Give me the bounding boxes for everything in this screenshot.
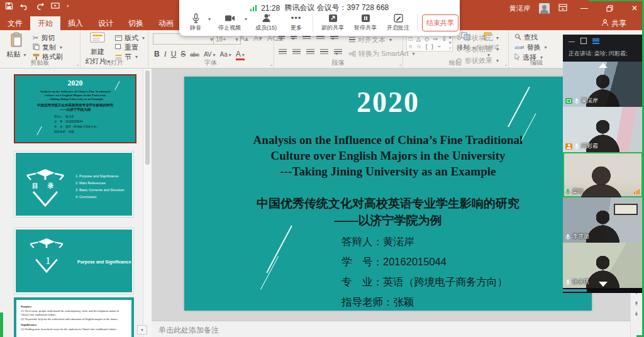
- justify-icon[interactable]: [320, 49, 328, 55]
- ribbon-display-options-icon[interactable]: [558, 4, 567, 13]
- char-spacing-button[interactable]: AV: [204, 51, 216, 58]
- align-left-icon[interactable]: [279, 49, 287, 55]
- shapes-scroll[interactable]: ▴▾▿: [449, 34, 452, 51]
- scroll-down-arrow[interactable]: [599, 282, 608, 287]
- find-button[interactable]: 查找: [514, 33, 538, 42]
- participant-nameplate: 李霄璐: [565, 233, 589, 241]
- restore-button[interactable]: [601, 1, 618, 15]
- shape-format-column: 形状填充 形状轮廓 形状效果: [456, 31, 509, 67]
- slide-year: 2020: [184, 86, 592, 119]
- copy-button[interactable]: 复制: [33, 43, 62, 52]
- tab-insert[interactable]: 插入: [60, 16, 91, 30]
- save-icon[interactable]: [5, 2, 13, 10]
- redo-icon[interactable]: [36, 3, 44, 10]
- account-name[interactable]: 黄渃岸: [509, 4, 530, 13]
- thumb1-info1: 答辩人：黄渃岸: [54, 114, 99, 119]
- minimize-button[interactable]: —: [576, 1, 592, 15]
- share-border-top: [589, 0, 644, 1]
- stop-video-label: 停止视频: [218, 25, 241, 31]
- slide-info-presenter: 答辩人：黄渃岸: [341, 231, 508, 251]
- mute-button[interactable]: 静音: [184, 13, 207, 32]
- share-button[interactable]: 共享: [601, 16, 626, 30]
- slide-thumbnail-2[interactable]: 目 录 1. Purpose and Significance 2. Main …: [14, 151, 134, 218]
- tab-animations[interactable]: 动画: [151, 16, 181, 30]
- close-button[interactable]: ✕: [626, 1, 643, 15]
- participant-video-2[interactable]: 闫彩霞: [563, 107, 643, 152]
- participant-nameplate: 栾珍: [565, 187, 584, 196]
- tab-design[interactable]: 设计: [91, 16, 121, 30]
- wall-frame-decor: [614, 204, 638, 215]
- tab-transitions[interactable]: 切换: [121, 16, 151, 30]
- columns-icon[interactable]: [334, 49, 342, 55]
- meeting-title: 腾讯会议 会议号：397 728 668: [284, 3, 389, 13]
- slide-thumbnail-4[interactable]: Purpose (1) To let more people understan…: [14, 297, 134, 337]
- slideshow-icon[interactable]: [51, 3, 60, 10]
- panel-scroll-track[interactable]: [563, 288, 643, 293]
- participant-video-3[interactable]: 栾珍: [563, 152, 643, 197]
- slide-thumbnail-1[interactable]: 2020 Analysis on the Influence of China’…: [14, 74, 136, 143]
- shape-effects-button[interactable]: 形状效果: [456, 56, 509, 65]
- shape-outline-icon: [456, 46, 462, 53]
- video-options-caret[interactable]: ▾: [245, 16, 247, 22]
- current-slide[interactable]: 2020 Analysis on the Influence of China’…: [184, 77, 592, 311]
- panel-scroll-thumb[interactable]: [563, 289, 587, 292]
- slide-en-line1: Analysis on the Influence of China’s Fin…: [184, 132, 592, 148]
- members-button[interactable]: 成员(15): [250, 13, 282, 32]
- next-slide-button[interactable]: ↡: [631, 309, 641, 318]
- pause-share-button[interactable]: 暂停共享: [350, 13, 380, 32]
- font-size-value: 18+: [216, 36, 226, 43]
- stop-video-button[interactable]: 停止视频: [216, 13, 243, 32]
- shape-outline-button[interactable]: 形状轮廓: [456, 45, 509, 54]
- thumbnail-scrollbar[interactable]: [143, 68, 152, 337]
- panel-layout-icon[interactable]: [592, 38, 599, 44]
- mute-options-caret[interactable]: ▾: [208, 16, 211, 22]
- shape-fill-button[interactable]: 形状填充: [456, 33, 509, 43]
- clipboard-dialog-launcher[interactable]: ⌟: [76, 61, 79, 67]
- more-button[interactable]: ••• 更多: [285, 13, 308, 32]
- shapes-gallery[interactable]: □ △ ◇ ⇨ ⇩ ○ ☆ { } ~: [406, 34, 453, 52]
- paragraph-dialog-launcher[interactable]: ⌟: [399, 61, 401, 67]
- panel-maximize-icon[interactable]: [580, 38, 587, 44]
- text-shadow-button[interactable]: abc: [190, 52, 199, 58]
- previous-slide-button[interactable]: ↟: [631, 299, 641, 308]
- align-text-button[interactable]: 对齐文本: [349, 35, 392, 45]
- notes-area[interactable]: 单击此处添加备注: [151, 321, 630, 337]
- notes-collapse-button[interactable]: ▾: [137, 325, 147, 334]
- underline-button[interactable]: U: [171, 50, 177, 58]
- tab-file[interactable]: 文件: [0, 16, 30, 30]
- cut-button[interactable]: ✂ 剪切: [33, 33, 55, 43]
- thumb2-item-2: 2. Main References: [75, 180, 125, 187]
- paste-button[interactable]: 粘贴: [3, 32, 30, 59]
- thumb2-item-4: 4. Conclusion: [75, 194, 125, 201]
- bold-button[interactable]: B: [154, 50, 160, 58]
- more-dots-icon: •••: [285, 13, 308, 23]
- font-dialog-launcher[interactable]: ⌟: [270, 61, 272, 67]
- panel-minimize-icon[interactable]: —: [569, 38, 575, 45]
- replace-button[interactable]: ab⇄ 替换: [514, 43, 547, 52]
- layout-button[interactable]: 版式: [115, 33, 145, 43]
- mic-icon: [565, 234, 570, 240]
- align-right-icon[interactable]: [306, 49, 314, 55]
- pause-share-label: 暂停共享: [354, 25, 377, 31]
- strikethrough-button[interactable]: S: [180, 50, 186, 58]
- italic-button[interactable]: I: [164, 50, 167, 59]
- undo-icon[interactable]: [20, 3, 29, 10]
- thumb1-cn2: ——以济宁学院为例: [15, 108, 135, 112]
- participant-video-4[interactable]: 李霄璐: [563, 197, 643, 243]
- change-case-button[interactable]: Aa: [220, 51, 231, 58]
- reset-label: 重置: [125, 43, 138, 52]
- tab-home[interactable]: 开始: [30, 16, 60, 30]
- participant-video-5[interactable]: 张永琪: [563, 243, 643, 288]
- align-center-icon[interactable]: [292, 49, 301, 55]
- reset-button[interactable]: 重置: [115, 43, 138, 52]
- end-share-button[interactable]: 结束共享: [422, 14, 458, 31]
- slide-cn-line2: ——以济宁学院为例: [184, 212, 592, 229]
- qat-customize-icon[interactable]: ▾: [67, 4, 69, 9]
- participant-video-1[interactable]: 黄渃岸: [563, 62, 643, 107]
- shape-effects-icon: [456, 57, 462, 65]
- scroll-up-arrow[interactable]: [599, 63, 608, 68]
- slide-thumbnail-3[interactable]: 1 Purpose and Significance: [14, 228, 134, 294]
- new-share-button[interactable]: 新的共享: [318, 13, 348, 32]
- avatar[interactable]: [539, 3, 550, 14]
- annotate-button[interactable]: 开启批注: [383, 13, 413, 32]
